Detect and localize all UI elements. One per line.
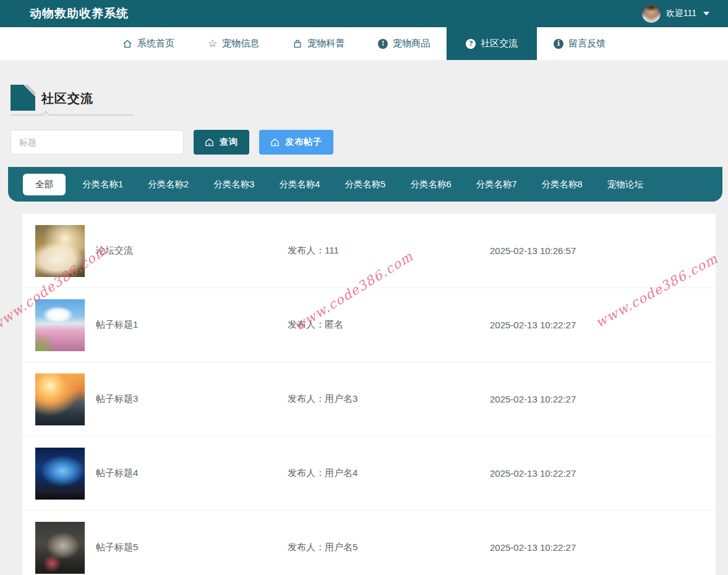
nav-tab-label: 系统首页: [137, 38, 174, 49]
post-title: 论坛交流: [96, 245, 288, 257]
bag-icon: [293, 39, 302, 49]
nav-tab[interactable]: !宠物商品: [361, 27, 447, 60]
question-circle-icon: ?: [466, 39, 476, 49]
post-row[interactable]: 论坛交流发布人：1112025-02-13 10:26:57: [22, 214, 716, 288]
nav-tab-label: 宠物科普: [307, 38, 345, 49]
caret-down-icon: [703, 12, 709, 15]
app-title: 动物救助收养系统: [30, 6, 129, 22]
category-bar: 全部分类名称1分类名称2分类名称3分类名称4分类名称5分类名称6分类名称7分类名…: [8, 167, 722, 202]
post-title: 帖子标题1: [96, 319, 288, 331]
post-publisher: 发布人：111: [288, 245, 490, 257]
category-item[interactable]: 分类名称5: [336, 174, 393, 195]
section-underline: [11, 111, 134, 116]
post-row[interactable]: 帖子标题4发布人：用户名42025-02-13 10:22:27: [22, 437, 716, 511]
exclamation-circle-icon: !: [378, 39, 388, 49]
post-row[interactable]: 帖子标题1发布人：匿名2025-02-13 10:22:27: [22, 288, 716, 362]
user-avatar[interactable]: [642, 4, 661, 23]
welcome-text: 欢迎111: [666, 8, 696, 19]
post-thumbnail: [35, 299, 85, 351]
post-time: 2025-02-13 10:22:27: [490, 320, 576, 330]
nav-tab[interactable]: i留言反馈: [537, 27, 622, 60]
post-row[interactable]: 帖子标题5发布人：用户名52025-02-13 10:22:27: [22, 511, 716, 575]
category-item[interactable]: 分类名称3: [205, 174, 262, 195]
section-page-icon: [11, 85, 35, 111]
nav-tab-label: 宠物信息: [222, 38, 259, 49]
user-menu[interactable]: 欢迎111: [642, 4, 709, 23]
nav-tab-label: 社区交流: [481, 38, 518, 49]
house-icon: [205, 138, 214, 147]
post-list: 论坛交流发布人：1112025-02-13 10:26:57帖子标题1发布人：匿…: [22, 214, 716, 575]
section-header: 社区交流: [11, 83, 728, 111]
category-item[interactable]: 分类名称1: [74, 174, 131, 195]
nav-tab[interactable]: 系统首页: [106, 27, 191, 60]
info-circle-icon: i: [554, 39, 563, 49]
post-time: 2025-02-13 10:22:27: [490, 542, 576, 553]
category-item[interactable]: 分类名称7: [468, 174, 525, 195]
category-item[interactable]: 分类名称2: [140, 174, 197, 195]
post-thumbnail: [35, 448, 85, 500]
post-publisher: 发布人：用户名3: [288, 393, 490, 405]
page-title: 社区交流: [41, 90, 93, 107]
query-button[interactable]: 查询: [194, 130, 249, 155]
post-time: 2025-02-13 10:22:27: [490, 468, 576, 479]
post-time: 2025-02-13 10:26:57: [490, 245, 576, 256]
post-title: 帖子标题4: [96, 467, 288, 479]
post-title: 帖子标题3: [96, 393, 288, 405]
post-time: 2025-02-13 10:22:27: [490, 394, 576, 404]
post-publisher: 发布人：匿名: [288, 319, 490, 331]
house-icon: [270, 138, 280, 147]
section-underline-notch: [41, 111, 50, 119]
title-search-input[interactable]: [11, 130, 184, 155]
publish-post-button[interactable]: 发布帖子: [259, 130, 333, 155]
post-thumbnail: [35, 373, 85, 425]
page-content: 社区交流 查询 发布帖子 全部分类名称1分类名称2分类名称3分类名称4分类名称5…: [0, 60, 728, 575]
home-icon: [122, 39, 132, 49]
post-thumbnail: [35, 522, 85, 574]
query-button-label: 查询: [220, 137, 238, 148]
nav-tab[interactable]: 宠物科普: [276, 27, 361, 60]
post-publisher: 发布人：用户名4: [288, 467, 490, 479]
search-toolbar: 查询 发布帖子: [11, 130, 728, 155]
post-publisher: 发布人：用户名5: [288, 542, 490, 553]
category-item[interactable]: 分类名称8: [534, 174, 591, 195]
nav-tab-label: 留言反馈: [568, 38, 606, 49]
category-item[interactable]: 分类名称4: [271, 174, 328, 195]
publish-post-button-label: 发布帖子: [285, 137, 322, 148]
nav-tab-label: 宠物商品: [393, 38, 430, 49]
post-row[interactable]: 帖子标题3发布人：用户名32025-02-13 10:22:27: [22, 362, 716, 437]
app-header: 动物救助收养系统 欢迎111: [0, 0, 728, 27]
category-item[interactable]: 宠物论坛: [599, 174, 651, 195]
star-icon: ☆: [208, 39, 217, 49]
nav-tab[interactable]: ☆宠物信息: [191, 27, 276, 60]
category-item[interactable]: 全部: [23, 174, 66, 195]
category-item[interactable]: 分类名称6: [402, 174, 459, 195]
main-nav: 系统首页☆宠物信息宠物科普!宠物商品?社区交流i留言反馈: [0, 27, 728, 60]
post-thumbnail: [35, 225, 85, 277]
nav-tab[interactable]: ?社区交流: [447, 27, 537, 60]
post-title: 帖子标题5: [96, 542, 288, 553]
